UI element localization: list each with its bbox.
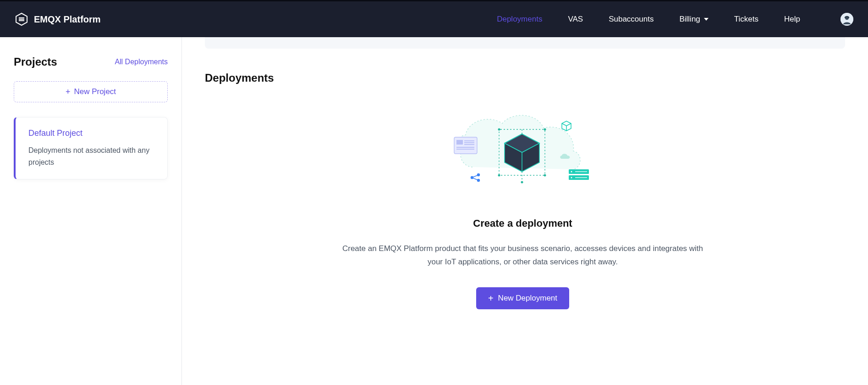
- plus-icon: +: [66, 88, 71, 96]
- svg-point-19: [477, 173, 479, 176]
- section-title: Deployments: [205, 72, 841, 84]
- deployment-illustration: [445, 103, 601, 204]
- sidebar: Projects All Deployments + New Project D…: [0, 37, 182, 385]
- svg-rect-5: [454, 137, 477, 154]
- project-card-default[interactable]: Default Project Deployments not associat…: [14, 117, 168, 179]
- sidebar-title: Projects: [14, 56, 57, 68]
- top-banner: [205, 37, 845, 49]
- browser-icon: [454, 137, 477, 154]
- nav-help[interactable]: Help: [784, 15, 800, 24]
- nav-vas[interactable]: VAS: [568, 15, 583, 24]
- avatar-icon: [841, 13, 853, 26]
- new-deployment-label: New Deployment: [498, 294, 557, 303]
- nav-tickets[interactable]: Tickets: [734, 15, 758, 24]
- svg-point-24: [498, 128, 500, 131]
- cta-description: Create an EMQX Platform product that fit…: [335, 242, 711, 269]
- nav-deployments[interactable]: Deployments: [497, 15, 542, 24]
- empty-state: Create a deployment Create an EMQX Platf…: [335, 103, 711, 309]
- server-icon: [569, 169, 589, 180]
- brand-logo[interactable]: EMQX Platform: [15, 12, 101, 26]
- plus-icon: +: [488, 294, 494, 303]
- svg-line-22: [473, 178, 478, 180]
- cta-title: Create a deployment: [335, 218, 711, 229]
- nav-subaccounts[interactable]: Subaccounts: [609, 15, 654, 24]
- new-project-button[interactable]: + New Project: [14, 81, 168, 102]
- cube-small-icon: [562, 121, 571, 131]
- sidebar-header: Projects All Deployments: [14, 56, 168, 68]
- svg-point-26: [498, 174, 500, 177]
- project-card-title: Default Project: [28, 128, 154, 138]
- project-card-description: Deployments not associated with any proj…: [28, 145, 154, 168]
- svg-point-15: [571, 177, 572, 179]
- nav-billing-label: Billing: [679, 15, 700, 24]
- app-header: EMQX Platform Deployments VAS Subaccount…: [0, 0, 868, 37]
- svg-point-18: [470, 176, 473, 179]
- all-deployments-link[interactable]: All Deployments: [115, 58, 168, 66]
- share-icon: [470, 173, 479, 182]
- svg-point-20: [477, 179, 479, 182]
- main-nav: Deployments VAS Subaccounts Billing Tick…: [497, 13, 853, 26]
- svg-point-14: [571, 171, 572, 173]
- brand-name: EMQX Platform: [34, 14, 101, 25]
- new-deployment-button[interactable]: + New Deployment: [476, 287, 569, 309]
- svg-point-27: [544, 174, 546, 177]
- main-content: Deployments: [182, 37, 868, 385]
- svg-line-21: [473, 175, 478, 177]
- svg-point-31: [521, 181, 523, 184]
- nav-billing[interactable]: Billing: [679, 15, 708, 24]
- user-avatar[interactable]: [841, 13, 853, 26]
- svg-rect-6: [456, 140, 463, 145]
- svg-point-25: [544, 128, 546, 131]
- chevron-down-icon: [704, 18, 709, 21]
- brand-icon: [15, 12, 28, 26]
- new-project-label: New Project: [74, 87, 116, 96]
